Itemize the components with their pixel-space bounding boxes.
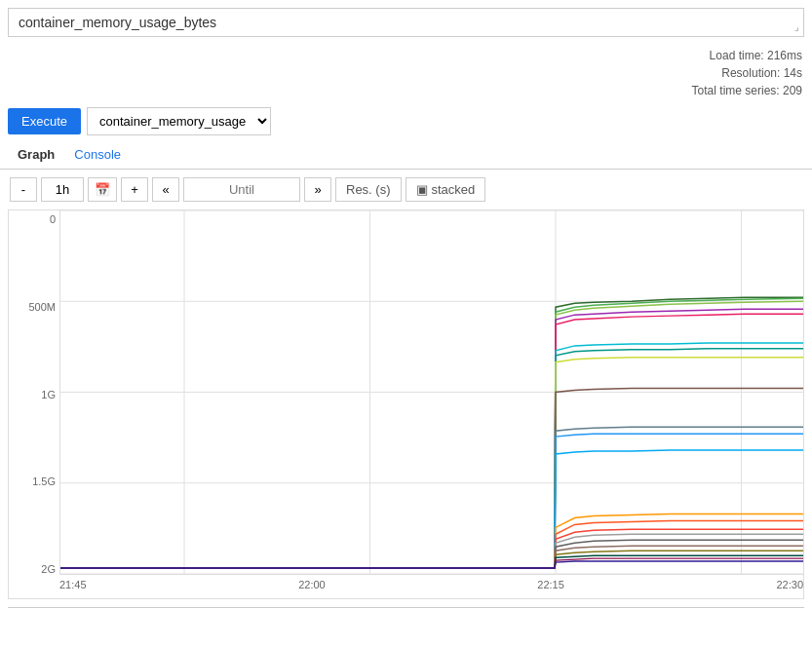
- info-panel: Load time: 216ms Resolution: 14s Total t…: [0, 45, 812, 101]
- stacked-icon: ▣: [416, 182, 428, 197]
- execute-button[interactable]: Execute: [8, 108, 81, 134]
- until-input[interactable]: [183, 177, 300, 202]
- y-label-1-5g: 1.5G: [13, 476, 56, 487]
- x-label-2200: 22:00: [298, 579, 326, 590]
- controls-bar: - 📅 + « » Res. (s) ▣ stacked: [0, 170, 812, 209]
- load-time: Load time: 216ms: [10, 47, 802, 64]
- y-label-1g: 1G: [13, 390, 56, 400]
- tab-graph[interactable]: Graph: [8, 141, 64, 170]
- x-label-2215: 22:15: [537, 579, 564, 590]
- stacked-button[interactable]: ▣ stacked: [406, 177, 486, 202]
- resize-handle: ⌟: [794, 21, 799, 32]
- time-back-button[interactable]: «: [152, 177, 179, 202]
- duration-input[interactable]: [41, 177, 84, 202]
- stacked-label: stacked: [432, 182, 476, 197]
- total-series: Total time series: 209: [10, 82, 802, 99]
- y-label-2g: 2G: [13, 564, 56, 575]
- x-axis: 21:45 22:00 22:15 22:30: [59, 575, 803, 598]
- tabs: Graph Console: [0, 141, 812, 170]
- metric-select[interactable]: container_memory_usage: [87, 107, 271, 135]
- query-text: container_memory_usage_bytes: [19, 15, 216, 30]
- calendar-button[interactable]: 📅: [88, 177, 117, 202]
- query-bar[interactable]: container_memory_usage_bytes ⌟: [8, 8, 804, 37]
- tab-console[interactable]: Console: [64, 141, 131, 170]
- x-label-2145: 21:45: [59, 579, 87, 590]
- duration-plus-button[interactable]: +: [121, 177, 148, 202]
- y-label-0: 0: [13, 214, 56, 225]
- y-label-500m: 500M: [13, 302, 56, 313]
- chart-inner: [59, 210, 803, 575]
- toolbar: Execute container_memory_usage: [0, 101, 812, 141]
- resolution-button[interactable]: Res. (s): [335, 177, 402, 202]
- resolution: Resolution: 14s: [10, 64, 802, 82]
- bottom-border: [8, 607, 804, 611]
- duration-minus-button[interactable]: -: [10, 177, 37, 202]
- chart-svg: [60, 210, 803, 574]
- x-label-2230: 22:30: [776, 579, 803, 590]
- time-forward-button[interactable]: »: [304, 177, 331, 202]
- y-axis: 2G 1.5G 1G 500M 0: [9, 210, 59, 575]
- graph-area: 2G 1.5G 1G 500M 0: [8, 209, 804, 599]
